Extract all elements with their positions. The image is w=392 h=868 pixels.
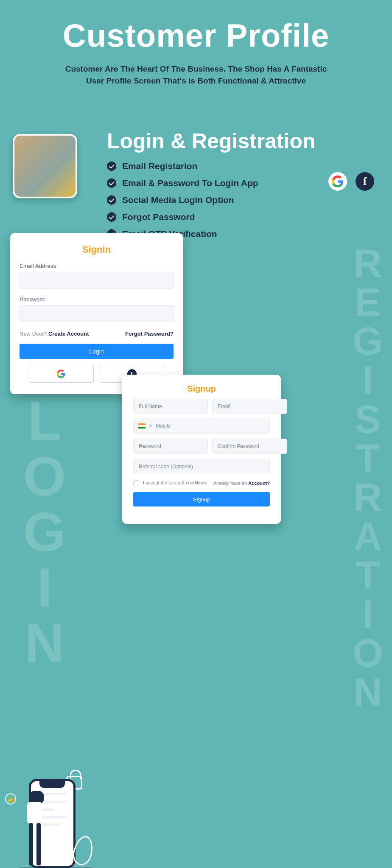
email-input[interactable] — [212, 399, 287, 414]
mobile-input-wrapper[interactable]: ▼ Mobile — [133, 418, 270, 434]
check-icon — [107, 161, 116, 171]
signup-title: Signup — [133, 384, 270, 394]
feature-label: Social Media Login Option — [122, 195, 234, 205]
terms-checkbox-row: I accept the terms & conditions — [133, 480, 207, 486]
person-illustration — [18, 792, 48, 868]
already-have-account: Already have an Account? — [213, 481, 270, 486]
feature-item: Email Registarion — [107, 161, 379, 171]
facebook-icon: f — [356, 172, 374, 191]
background-text-registration: REGISTRATION — [345, 242, 390, 709]
email-input[interactable] — [20, 272, 174, 289]
terms-checkbox[interactable] — [133, 480, 139, 486]
chevron-down-icon: ▼ — [149, 424, 152, 428]
section-heading: Login & Registration — [107, 129, 379, 153]
google-icon — [57, 370, 65, 378]
subtitle-line-2: User Profile Screen That's Is Both Funct… — [86, 76, 306, 85]
check-icon — [107, 212, 116, 222]
subtitle-line-1: Customer Are The Heart Of The Business. … — [65, 64, 327, 73]
illustration: 👍 — [8, 779, 76, 868]
signin-card: Signin Email Address Password New User? … — [10, 233, 183, 394]
flag-icon — [138, 423, 146, 428]
forgot-password-link[interactable]: Forgot Password? — [125, 331, 174, 337]
password-label: Password — [20, 296, 174, 303]
create-account-link[interactable]: Create Account — [48, 331, 89, 337]
check-icon — [107, 178, 116, 188]
feature-item: Social Media Login Option — [107, 195, 379, 205]
feature-label: Email Registarion — [122, 161, 197, 171]
feature-item: Forgot Password — [107, 212, 379, 222]
google-login-button[interactable] — [29, 365, 94, 383]
signup-card: Signup ▼ Mobile I accept the terms & con… — [122, 375, 281, 524]
page-title: Customer Profile — [0, 0, 392, 54]
terms-text: I accept the terms & conditions — [143, 480, 207, 485]
page-subtitle: Customer Are The Heart Of The Business. … — [0, 63, 392, 86]
confirm-password-input[interactable] — [212, 439, 287, 454]
signup-password-input[interactable] — [133, 439, 208, 454]
login-button[interactable]: Login — [20, 344, 174, 359]
new-user-text: New User? Create Account — [20, 331, 89, 337]
mobile-placeholder: Mobile — [156, 423, 171, 429]
feature-label: Email & Password To Login App — [122, 178, 258, 188]
avatar-image — [13, 134, 77, 198]
referral-code-input[interactable] — [133, 459, 270, 474]
signin-title: Signin — [20, 244, 174, 255]
full-name-input[interactable] — [133, 399, 208, 414]
background-text-login: LOGIN — [13, 390, 76, 668]
check-icon — [107, 195, 116, 205]
feature-label: Forgot Password — [122, 212, 195, 222]
email-label: Email Address — [20, 263, 174, 269]
google-icon — [328, 172, 347, 191]
account-link[interactable]: Account? — [248, 481, 270, 486]
thumbs-up-icon: 👍 — [5, 793, 16, 804]
password-input[interactable] — [20, 305, 174, 322]
signup-button[interactable]: Signup — [133, 492, 270, 506]
